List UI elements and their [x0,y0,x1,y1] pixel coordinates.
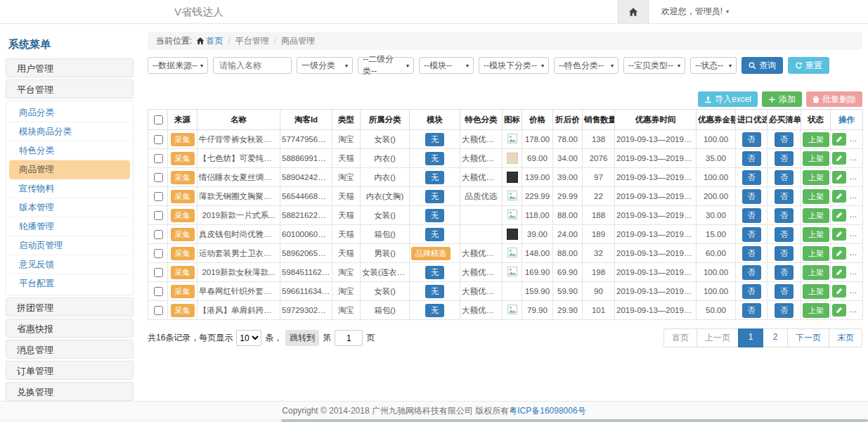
add-button[interactable]: 添加 [762,91,802,107]
row-checkbox[interactable] [154,154,163,163]
edit-button[interactable] [832,285,846,298]
must-buy-toggle[interactable]: 否 [775,189,793,204]
jump-page-input[interactable] [335,330,363,346]
row-checkbox[interactable] [154,135,163,144]
sidebar-group-7[interactable]: 兑换管理 [6,382,134,401]
must-buy-toggle[interactable]: 否 [775,208,793,223]
row-checkbox[interactable] [154,249,163,258]
page-button-3[interactable]: 2 [763,328,788,347]
import-select-toggle[interactable]: 否 [742,284,761,299]
status-button[interactable]: 上架 [803,151,829,166]
home-button[interactable] [618,0,649,23]
sidebar-group-6[interactable]: 订单管理 [6,361,134,380]
sidebar-group-4[interactable]: 省惠快报 [6,319,134,338]
edit-button[interactable] [832,133,846,146]
page-button-1[interactable]: 上一页 [697,328,739,347]
sidebar-group-1[interactable]: 平台管理 [6,79,134,98]
row-checkbox[interactable] [154,230,163,239]
reset-button[interactable]: 重置 [788,57,829,74]
edit-button[interactable] [832,152,846,165]
sidebar-item-7[interactable]: 启动页管理 [9,236,130,255]
price: 79.90 [522,301,553,320]
row-checkbox[interactable] [154,306,163,315]
batch-delete-button[interactable]: 批量删除 [806,91,862,107]
category: 女装() [361,206,410,225]
user-menu[interactable]: 欢迎您，管理员! ▾ [661,6,729,18]
edit-button[interactable] [832,247,846,260]
must-buy-toggle[interactable]: 否 [775,265,793,280]
import-select-toggle[interactable]: 否 [742,303,761,318]
page-button-4[interactable]: 下一页 [787,328,829,347]
filter-select-7[interactable]: --宝贝类型--▾ [623,57,685,74]
page-size-select[interactable]: 10 [236,330,261,346]
edit-button[interactable] [832,171,846,184]
row-checkbox[interactable] [154,211,163,220]
edit-button[interactable] [832,266,846,279]
sidebar-group-3[interactable]: 拼团管理 [6,298,134,316]
status-button[interactable]: 上架 [803,208,829,223]
products-table: 来源名称淘客Id类型所属分类模块特色分类图标价格折后价销售数量优惠券时间优惠券金… [148,109,863,320]
select-all-checkbox[interactable] [154,115,163,124]
filter-select-3[interactable]: --二级分类--▾ [358,57,414,74]
status-button[interactable]: 上架 [803,170,829,185]
import-excel-button[interactable]: 导入excel [698,91,758,107]
edit-button[interactable] [832,228,846,241]
must-buy-toggle[interactable]: 否 [775,246,793,261]
import-select-toggle[interactable]: 否 [742,265,761,280]
edit-button[interactable] [832,209,846,222]
status-button[interactable]: 上架 [803,132,829,147]
name-search-input[interactable] [213,57,292,74]
sidebar-item-1[interactable]: 模块商品分类 [9,122,130,141]
row-checkbox[interactable] [154,268,163,277]
status-button[interactable]: 上架 [803,189,829,204]
sidebar-item-0[interactable]: 商品分类 [9,103,130,122]
row-checkbox[interactable] [154,287,163,296]
status-button[interactable]: 上架 [803,303,829,318]
filter-select-0[interactable]: --数据来源--▾ [148,57,208,74]
sidebar-item-2[interactable]: 特色分类 [9,141,130,160]
import-select-toggle[interactable]: 否 [742,227,761,242]
filter-select-8[interactable]: --状态--▾ [690,57,737,74]
page-button-2[interactable]: 1 [738,328,763,347]
edit-button[interactable] [832,304,846,316]
search-button[interactable]: 查询 [741,57,783,74]
import-select-toggle[interactable]: 否 [742,132,761,147]
filter-select-6[interactable]: --特色分类--▾ [554,57,618,74]
sidebar-item-4[interactable]: 宣传物料 [9,179,130,198]
row-checkbox[interactable] [154,192,163,201]
import-select-toggle[interactable]: 否 [742,170,761,185]
must-buy-toggle[interactable]: 否 [775,151,793,166]
cell-status: 上架 [801,282,831,301]
must-buy-toggle[interactable]: 否 [775,284,793,299]
filter-select-2[interactable]: 一级分类▾ [297,57,353,74]
import-select-toggle[interactable]: 否 [742,246,761,261]
sidebar-item-3[interactable]: 商品管理 [9,160,130,179]
must-buy-toggle[interactable]: 否 [775,132,793,147]
must-buy-toggle[interactable]: 否 [775,303,793,318]
status-button[interactable]: 上架 [803,265,829,280]
import-select-toggle[interactable]: 否 [742,208,761,223]
sidebar-group-5[interactable]: 消息管理 [6,340,134,359]
page-button-5[interactable]: 末页 [829,328,862,347]
status-button[interactable]: 上架 [803,246,829,261]
must-buy-toggle[interactable]: 否 [775,170,793,185]
filter-select-5[interactable]: --模块下分类--▾ [479,57,549,74]
status-button[interactable]: 上架 [803,227,829,242]
scrollbar-thumb[interactable] [281,419,868,422]
sidebar-group-0[interactable]: 用户管理 [6,58,134,77]
icp-link[interactable]: 粤ICP备16098006号 [509,406,585,416]
filter-select-4[interactable]: --模块--▾ [419,57,474,74]
must-buy-toggle[interactable]: 否 [775,227,793,242]
edit-button[interactable] [832,190,846,203]
edit-icon [836,231,843,238]
import-select-toggle[interactable]: 否 [742,189,761,204]
sidebar-item-9[interactable]: 平台配置 [9,274,130,293]
breadcrumb-home-link[interactable]: 首页 [206,35,223,47]
sidebar-item-6[interactable]: 轮播管理 [9,217,130,236]
page-button-0[interactable]: 首页 [663,328,697,347]
status-button[interactable]: 上架 [803,284,829,299]
sidebar-item-8[interactable]: 意见反馈 [9,255,130,274]
import-select-toggle[interactable]: 否 [742,151,761,166]
row-checkbox[interactable] [154,173,163,182]
sidebar-item-5[interactable]: 版本管理 [9,198,130,217]
